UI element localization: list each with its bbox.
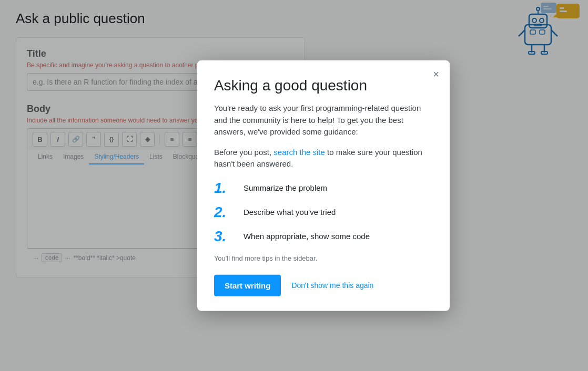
- step-1: 1. Summarize the problem: [214, 180, 433, 195]
- start-writing-button[interactable]: Start writing: [214, 274, 281, 296]
- steps-list: 1. Summarize the problem 2. Describe wha…: [214, 180, 433, 243]
- step-3-text: When appropriate, show some code: [244, 232, 370, 241]
- search-site-link[interactable]: search the site: [273, 147, 325, 156]
- step-3: 3. When appropriate, show some code: [214, 229, 433, 243]
- before-text-1: Before you post,: [214, 147, 273, 156]
- step-2-text: Describe what you've tried: [244, 208, 336, 217]
- step-2: 2. Describe what you've tried: [214, 204, 433, 219]
- modal-actions: Start writing Don't show me this again: [214, 274, 433, 296]
- dismiss-button[interactable]: Don't show me this again: [291, 281, 373, 290]
- modal-intro: You're ready to ask your first programmi…: [214, 102, 433, 138]
- step-2-number-wrapper: 2.: [214, 204, 236, 219]
- modal-dialog: × Asking a good question You're ready to…: [197, 60, 450, 311]
- modal-before-text: Before you post, search the site to make…: [214, 146, 433, 170]
- step-3-number: 3.: [214, 229, 233, 243]
- step-1-number-wrapper: 1.: [214, 180, 236, 195]
- step-1-text: Summarize the problem: [244, 183, 327, 192]
- step-3-number-wrapper: 3.: [214, 229, 236, 243]
- modal-close-button[interactable]: ×: [433, 69, 439, 79]
- modal-tips-note: You'll find more tips in the sidebar.: [214, 254, 433, 262]
- modal-title: Asking a good question: [214, 77, 433, 94]
- step-1-number: 1.: [214, 180, 233, 195]
- step-2-number: 2.: [214, 204, 233, 219]
